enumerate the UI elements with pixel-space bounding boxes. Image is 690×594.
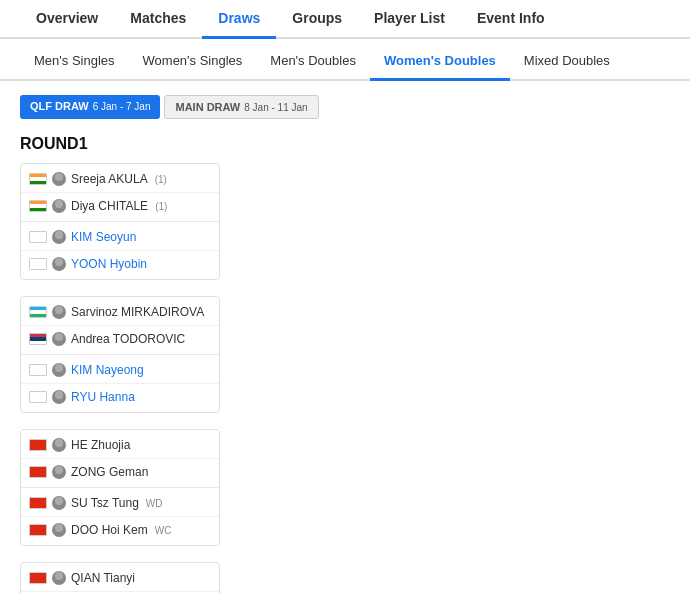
team-row: HE Zhuojia bbox=[21, 432, 219, 459]
team-row: QIAN Tianyi bbox=[21, 565, 219, 592]
player-icon bbox=[52, 172, 66, 186]
pair-block: QIAN TianyiSHI Xunyao bbox=[21, 563, 219, 594]
sub-nav-item-mens-doubles[interactable]: Men's Doubles bbox=[256, 43, 370, 81]
match-card-card4: QIAN TianyiSHI XunyaoChristina KALLBERG(… bbox=[20, 562, 220, 594]
player-name: QIAN Tianyi bbox=[71, 571, 135, 585]
team-row: KIM Nayeong bbox=[21, 357, 219, 384]
player-name: Diya CHITALE bbox=[71, 199, 148, 213]
player-seed: (1) bbox=[155, 201, 167, 212]
player-name: SU Tsz Tung bbox=[71, 496, 139, 510]
draw-tab-qlf[interactable]: QLF DRAW6 Jan - 7 Jan bbox=[20, 95, 160, 119]
player-name: Sarvinoz MIRKADIROVA bbox=[71, 305, 204, 319]
china-flag bbox=[29, 439, 47, 451]
pair-block: Sarvinoz MIRKADIROVAAndrea TODOROVIC bbox=[21, 297, 219, 354]
player-icon bbox=[52, 438, 66, 452]
top-nav-item-overview[interactable]: Overview bbox=[20, 0, 114, 39]
team-row: KIM Seoyun bbox=[21, 224, 219, 251]
draw-tabs: QLF DRAW6 Jan - 7 JanMAIN DRAW8 Jan - 11… bbox=[20, 95, 670, 119]
team-row: ZONG Geman bbox=[21, 459, 219, 485]
india-flag bbox=[29, 173, 47, 185]
player-name: RYU Hanna bbox=[71, 390, 135, 404]
team-row: Andrea TODOROVIC bbox=[21, 326, 219, 352]
top-nav-item-event-info[interactable]: Event Info bbox=[461, 0, 561, 39]
sub-nav: Men's SinglesWomen's SinglesMen's Double… bbox=[0, 43, 690, 81]
player-icon bbox=[52, 390, 66, 404]
sub-nav-item-mixed-doubles[interactable]: Mixed Doubles bbox=[510, 43, 624, 81]
player-icon bbox=[52, 230, 66, 244]
team-row: Sarvinoz MIRKADIROVA bbox=[21, 299, 219, 326]
match-card-card2: Sarvinoz MIRKADIROVAAndrea TODOROVICKIM … bbox=[20, 296, 220, 413]
player-icon bbox=[52, 363, 66, 377]
korea-flag bbox=[29, 391, 47, 403]
player-name: DOO Hoi Kem bbox=[71, 523, 148, 537]
player-name: KIM Seoyun bbox=[71, 230, 136, 244]
player-name: HE Zhuojia bbox=[71, 438, 130, 452]
match-card-card1: Sreeja AKULA(1)Diya CHITALE(1)KIM Seoyun… bbox=[20, 163, 220, 280]
player-seed: WD bbox=[146, 498, 163, 509]
player-icon bbox=[52, 496, 66, 510]
player-name: ZONG Geman bbox=[71, 465, 148, 479]
india-flag bbox=[29, 200, 47, 212]
cards-section: Sreeja AKULA(1)Diya CHITALE(1)KIM Seoyun… bbox=[0, 163, 690, 594]
player-icon bbox=[52, 199, 66, 213]
pair-block: Sreeja AKULA(1)Diya CHITALE(1) bbox=[21, 164, 219, 221]
draw-tab-main[interactable]: MAIN DRAW8 Jan - 11 Jan bbox=[164, 95, 318, 119]
top-nav-item-groups[interactable]: Groups bbox=[276, 0, 358, 39]
player-icon bbox=[52, 332, 66, 346]
team-row: DOO Hoi KemWC bbox=[21, 517, 219, 543]
sub-nav-item-mens-singles[interactable]: Men's Singles bbox=[20, 43, 129, 81]
player-name: Sreeja AKULA bbox=[71, 172, 148, 186]
team-row: Sreeja AKULA(1) bbox=[21, 166, 219, 193]
team-row: SU Tsz TungWD bbox=[21, 490, 219, 517]
team-row: RYU Hanna bbox=[21, 384, 219, 410]
player-icon bbox=[52, 571, 66, 585]
top-nav-item-draws[interactable]: Draws bbox=[202, 0, 276, 39]
korea-flag bbox=[29, 258, 47, 270]
china-flag bbox=[29, 497, 47, 509]
player-icon bbox=[52, 523, 66, 537]
player-name: KIM Nayeong bbox=[71, 363, 144, 377]
player-icon bbox=[52, 257, 66, 271]
pair-block: KIM NayeongRYU Hanna bbox=[21, 354, 219, 412]
top-nav: OverviewMatchesDrawsGroupsPlayer ListEve… bbox=[0, 0, 690, 39]
china-flag bbox=[29, 524, 47, 536]
serbia-flag bbox=[29, 333, 47, 345]
player-icon bbox=[52, 465, 66, 479]
player-name: Andrea TODOROVIC bbox=[71, 332, 185, 346]
team-row: YOON Hyobin bbox=[21, 251, 219, 277]
player-seed: WC bbox=[155, 525, 172, 536]
top-nav-item-matches[interactable]: Matches bbox=[114, 0, 202, 39]
round-title: ROUND1 bbox=[20, 135, 670, 153]
player-seed: (1) bbox=[155, 174, 167, 185]
pair-block: SU Tsz TungWDDOO Hoi KemWC bbox=[21, 487, 219, 545]
pair-block: KIM SeoyunYOON Hyobin bbox=[21, 221, 219, 279]
player-name: YOON Hyobin bbox=[71, 257, 147, 271]
korea-flag bbox=[29, 231, 47, 243]
uzbek-flag bbox=[29, 306, 47, 318]
sub-nav-item-womens-doubles[interactable]: Women's Doubles bbox=[370, 43, 510, 81]
pair-block: HE ZhuojiaZONG Geman bbox=[21, 430, 219, 487]
china-flag bbox=[29, 572, 47, 584]
player-icon bbox=[52, 305, 66, 319]
china-flag bbox=[29, 466, 47, 478]
korea-flag bbox=[29, 364, 47, 376]
match-card-card3: HE ZhuojiaZONG GemanSU Tsz TungWDDOO Hoi… bbox=[20, 429, 220, 546]
sub-nav-item-womens-singles[interactable]: Women's Singles bbox=[129, 43, 257, 81]
team-row: Diya CHITALE(1) bbox=[21, 193, 219, 219]
top-nav-item-player-list[interactable]: Player List bbox=[358, 0, 461, 39]
